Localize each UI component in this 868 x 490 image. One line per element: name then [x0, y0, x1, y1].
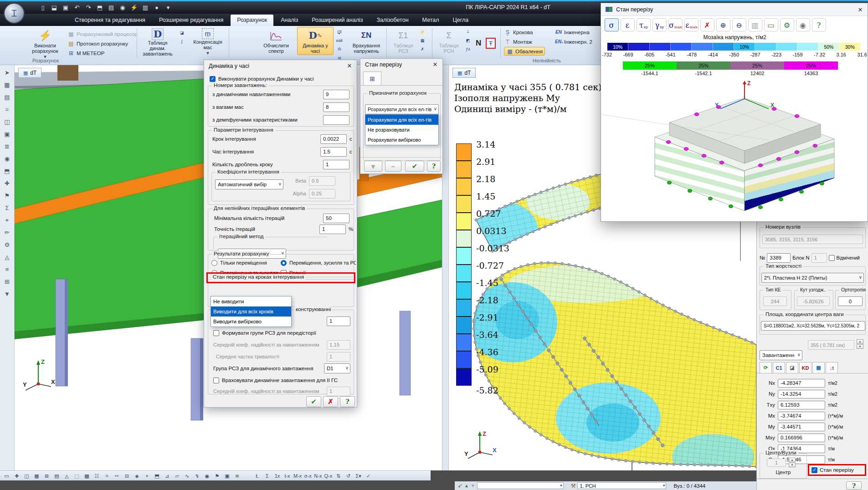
- pointer-icon[interactable]: ➤: [2, 68, 12, 77]
- ribbon-tab[interactable]: Метал: [416, 15, 446, 26]
- ribbon-tab[interactable]: Цегла: [447, 15, 475, 26]
- bottom-toolbar-icon[interactable]: ▩: [82, 472, 91, 480]
- load-number-input[interactable]: [323, 115, 349, 125]
- camera-button[interactable]: ◉: [796, 18, 810, 31]
- list-icon[interactable]: ≣: [2, 142, 12, 151]
- bottom-toolbar-icon[interactable]: 1x: [273, 472, 282, 480]
- bottom-toolbar-icon[interactable]: t-x: [283, 472, 292, 480]
- area-coordinates-field[interactable]: S=0.188001м2, Xc=32.5628м, Yc=12.5305м, …: [761, 321, 865, 331]
- iteration-accuracy-input[interactable]: 1: [319, 225, 346, 234]
- app-logo[interactable]: ⌶: [4, 3, 25, 24]
- stiffness-type-combobox[interactable]: 2*і. Пластина Н 22 (Плиты): [761, 273, 864, 283]
- lightning-sigma-mini-icon[interactable]: ⚡: [418, 28, 426, 36]
- bottom-toolbar-icon[interactable]: ▣: [223, 472, 231, 480]
- montazh-button[interactable]: ⊤Монтаж: [504, 37, 545, 46]
- bottom-toolbar-icon[interactable]: [243, 472, 252, 480]
- book-icon[interactable]: ▤: [107, 4, 115, 12]
- angle-field[interactable]: -5.82626: [797, 296, 830, 306]
- ribbon-tab[interactable]: Створення та редагування: [68, 15, 152, 26]
- sum-icon[interactable]: Σ: [2, 203, 12, 213]
- delete-table-mini-icon[interactable]: ✗: [418, 45, 426, 53]
- min-iterations-input[interactable]: 50: [323, 214, 349, 223]
- settings-button[interactable]: ⚙: [780, 18, 794, 31]
- c1-tab-icon[interactable]: C1: [773, 362, 785, 373]
- bottom-toolbar-icon[interactable]: Σ▾: [354, 472, 363, 480]
- bottom-toolbar-icon[interactable]: ▱: [173, 472, 181, 480]
- filter-button[interactable]: ▼: [364, 161, 382, 172]
- engineering-nonlinearity-2-button[interactable]: EN₂Інженерн. 2: [555, 37, 592, 46]
- bottom-toolbar-icon[interactable]: ⌗: [103, 472, 111, 480]
- bottom-toolbar-icon[interactable]: N-x: [313, 472, 322, 480]
- compute-spectrum-button[interactable]: Обчислити спектр: [258, 27, 294, 55]
- dropdown-option[interactable]: Виводити для всіх кроків: [211, 306, 291, 316]
- responsibility-coeff-input[interactable]: 1: [327, 316, 350, 326]
- menu-icon[interactable]: ≡: [2, 265, 12, 274]
- bottom-toolbar-icon[interactable]: ▦: [32, 472, 41, 480]
- mosaic-tab-icon[interactable]: ▦: [812, 362, 825, 373]
- grid-mini-icon[interactable]: ▦: [418, 36, 426, 44]
- gamma-xy-button[interactable]: γxy: [652, 18, 667, 31]
- bottom-toolbar-icon[interactable]: ↺: [344, 472, 353, 480]
- ql-mini-icon[interactable]: Q̲l: [335, 28, 344, 36]
- load-case-status-combobox[interactable]: 1. РСН: [577, 482, 666, 489]
- rsz-table-button[interactable]: Σ1 Таблиця РСЗ: [389, 27, 417, 55]
- close-icon[interactable]: ✕: [856, 6, 865, 14]
- mesh-icon[interactable]: ▦: [2, 80, 12, 90]
- dropdown-option[interactable]: Виводити вибірково: [211, 316, 291, 327]
- krokova-button[interactable]: S̮Крокова: [504, 28, 545, 36]
- bottom-toolbar-icon[interactable]: ✏: [113, 472, 121, 480]
- bottom-toolbar-icon[interactable]: ⊟: [123, 472, 131, 480]
- rotate-tab-icon[interactable]: ⟳: [760, 362, 772, 373]
- bottom-toolbar-icon[interactable]: ∿: [183, 472, 191, 480]
- bottom-toolbar-icon[interactable]: Ł: [253, 472, 262, 480]
- view-tab-right[interactable]: ▦dT: [452, 68, 476, 78]
- bottom-toolbar-icon[interactable]: ⚑: [213, 472, 221, 480]
- dropdown-option[interactable]: Розрахувати для всіх ел-тів: [365, 115, 438, 125]
- sigma-max-button[interactable]: σmax: [668, 18, 683, 31]
- calc-processor-button[interactable]: ▦Розрахунковий процесор: [67, 30, 138, 38]
- save-icon[interactable]: ▣: [62, 4, 70, 12]
- force-value-field[interactable]: -3.44571: [778, 423, 825, 431]
- orthotropy-input[interactable]: 0: [838, 296, 863, 306]
- bottom-toolbar-icon[interactable]: ◬: [62, 472, 71, 480]
- meteor-button[interactable]: ⊞М МЕТЕОР: [67, 49, 138, 57]
- force-value-field[interactable]: -14.3254: [778, 390, 825, 398]
- dynamics-in-time-button[interactable]: D∿ Динаміка у часі: [297, 27, 334, 55]
- box-icon[interactable]: ⊞: [2, 277, 12, 286]
- mass-condensation-button[interactable]: m̤ Конденсація мас▾: [190, 27, 226, 57]
- n-forces-icon[interactable]: N: [476, 39, 481, 48]
- down-icon[interactable]: ▼: [471, 483, 475, 488]
- epsilon-max-button[interactable]: εmax: [684, 18, 699, 31]
- integration-step-input[interactable]: 0.0022: [320, 134, 347, 144]
- beta-input[interactable]: 0.5: [309, 176, 335, 186]
- clear-button[interactable]: ✗: [700, 18, 714, 31]
- book-icon[interactable]: ◫: [2, 117, 12, 127]
- close-icon[interactable]: ✕: [345, 62, 354, 70]
- add-icon[interactable]: ✚: [2, 179, 12, 188]
- filter-icon[interactable]: ▼: [2, 289, 12, 299]
- help-button[interactable]: ?: [427, 161, 441, 172]
- view-splitter[interactable]: [442, 65, 449, 470]
- bottom-toolbar-icon[interactable]: ⊿: [163, 472, 171, 480]
- coeff-method-combobox[interactable]: Автоматичний вибір: [215, 179, 283, 189]
- bottom-toolbar-icon[interactable]: ✚: [12, 472, 21, 480]
- help-button[interactable]: ?: [340, 396, 355, 407]
- element-number-input[interactable]: 3389: [767, 253, 791, 263]
- substeps-input[interactable]: 1: [323, 160, 349, 169]
- fx-mini-icon[interactable]: ƒx: [464, 45, 472, 53]
- dynamic-load-ii-checkbox[interactable]: Враховувати динамічне завантаження для I…: [213, 375, 350, 385]
- bottom-toolbar-icon[interactable]: ↯: [193, 472, 201, 480]
- dialog-tab[interactable]: ⊞: [363, 71, 381, 85]
- dropdown-option[interactable]: Не розраховувати: [365, 125, 438, 135]
- view-tab-left[interactable]: ▦dT: [18, 68, 41, 78]
- panel-icon[interactable]: ▣: [2, 129, 12, 139]
- gear-icon[interactable]: ⚙: [2, 240, 12, 250]
- kd-tab-icon[interactable]: KD: [799, 362, 812, 373]
- bottom-toolbar-icon[interactable]: ✓: [364, 472, 373, 480]
- node-numbers-field[interactable]: 3085, 3155, 3115, 3156: [762, 235, 863, 244]
- help-button[interactable]: ?: [846, 481, 862, 490]
- up-icon[interactable]: ▲: [464, 483, 469, 488]
- dropdown-option[interactable]: Не виводити: [211, 296, 291, 306]
- obvalennia-button[interactable]: ▦Обвалення: [504, 47, 545, 56]
- ribbon-tab[interactable]: Розширене редагування: [153, 15, 230, 26]
